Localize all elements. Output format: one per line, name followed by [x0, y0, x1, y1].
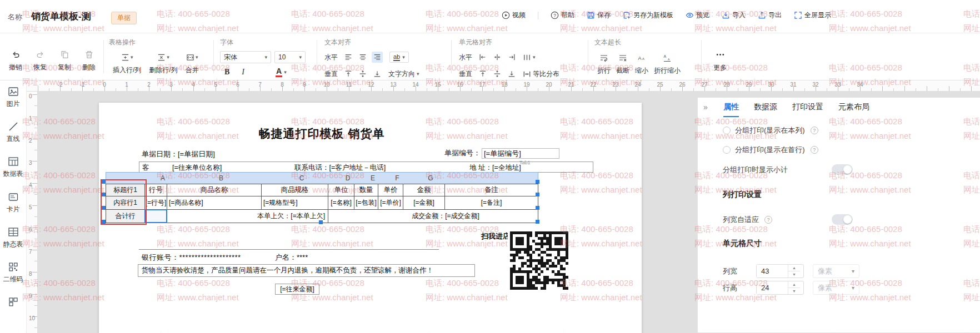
- table-header-cell[interactable]: 数量: [354, 184, 378, 196]
- font-size-select[interactable]: 10 ▾: [274, 51, 306, 63]
- amount-field[interactable]: [=往来金额]: [275, 284, 319, 295]
- table-field-cell[interactable]: [=行号]: [144, 196, 167, 210]
- help-button[interactable]: ?帮助: [551, 11, 574, 19]
- align-right-button[interactable]: [372, 52, 383, 63]
- table-header-cell[interactable]: 金额: [403, 184, 445, 196]
- table-field-cell[interactable]: [=单价]: [378, 196, 403, 210]
- step-down-icon[interactable]: ▼: [788, 271, 800, 278]
- row-label[interactable]: 合计行: [106, 209, 145, 223]
- insert-row-col-button[interactable]: ▾插入行/列: [109, 53, 145, 74]
- table-header-cell[interactable]: 备注: [444, 184, 538, 196]
- export-button[interactable]: 导出: [758, 11, 782, 19]
- tab-element-layout[interactable]: 元素布局: [838, 102, 869, 117]
- more-button[interactable]: 更多: [708, 50, 732, 72]
- help-circle-icon[interactable]: ?: [811, 146, 818, 154]
- active-cell[interactable]: [144, 209, 167, 223]
- cell-valign-top-button[interactable]: [477, 68, 488, 79]
- preview-button[interactable]: 预览: [686, 11, 709, 19]
- bank-holder-text[interactable]: 户名：****: [275, 253, 308, 263]
- tab-data-source[interactable]: 数据源: [754, 102, 777, 117]
- column-letter[interactable]: G: [428, 174, 433, 182]
- selection-handle[interactable]: [536, 220, 539, 224]
- column-letter[interactable]: E: [371, 174, 375, 182]
- doc-no-value-box[interactable]: [=单据编号]: [482, 148, 559, 159]
- sidebar-item-line[interactable]: 直线: [1, 121, 26, 143]
- sidebar-item-qrcode[interactable]: 二维码: [1, 261, 26, 283]
- cell-valign-bottom-button[interactable]: [506, 68, 517, 79]
- table-header-cell[interactable]: 商品名称: [167, 184, 262, 196]
- table-header-cell[interactable]: 商品规格: [261, 184, 328, 196]
- distribute-columns-select[interactable]: ▾: [523, 53, 536, 62]
- sidebar-item-card[interactable]: 卡片: [1, 191, 26, 213]
- table-field-cell[interactable]: [=规格型号]: [261, 196, 328, 210]
- row-height-input[interactable]: [757, 281, 788, 294]
- align-left-button[interactable]: [343, 52, 354, 63]
- table-header-cell[interactable]: 单位: [328, 184, 354, 196]
- sidebar-item-static-table[interactable]: 静态表: [1, 226, 26, 248]
- help-circle-icon[interactable]: ?: [811, 127, 818, 134]
- col-width-unit-select[interactable]: 像素 ▾: [813, 264, 859, 278]
- radio-group-print-col[interactable]: [723, 127, 731, 134]
- customer-info-row[interactable]: 客 [=往来单位名称] 联系电话：[=客户地址－电话] 地 址：[=全地址]: [139, 162, 593, 173]
- valign-top-button[interactable]: [343, 68, 354, 79]
- total-right-cell[interactable]: 成交金额：[=成交金额]: [328, 209, 538, 223]
- column-letter[interactable]: B: [219, 174, 223, 182]
- distribute-button[interactable]: 等比分布: [523, 69, 559, 79]
- sidebar-item-partial[interactable]: [8, 296, 19, 307]
- valign-bottom-button[interactable]: [372, 68, 383, 79]
- bold-button[interactable]: B: [224, 68, 229, 77]
- fullscreen-button[interactable]: 全屏显示: [794, 11, 831, 19]
- cell-align-right-button[interactable]: [506, 52, 517, 63]
- align-center-button[interactable]: [357, 52, 368, 63]
- selection-handle[interactable]: [536, 180, 539, 184]
- template-doc-title[interactable]: 畅捷通打印模板 销货单: [102, 126, 541, 142]
- table-field-cell[interactable]: [=名称]: [328, 196, 354, 210]
- col-width-input[interactable]: [757, 265, 788, 278]
- table-field-cell[interactable]: [=包装]: [354, 196, 378, 210]
- column-letter[interactable]: F: [395, 174, 399, 182]
- table-header-cell[interactable]: 行号: [144, 184, 167, 196]
- template-page[interactable]: 畅捷通打印模板 销货单 单据日期：[=单据日期] 单据编号：[=单据编号] Ta…: [99, 103, 642, 333]
- wrap-shrink-button[interactable]: AA折行缩小: [651, 53, 683, 74]
- panel-collapse-button[interactable]: »: [703, 103, 708, 112]
- trash-button[interactable]: 删除: [77, 50, 101, 71]
- step-up-icon[interactable]: ▲: [788, 265, 800, 271]
- subtotal-toggle[interactable]: [832, 164, 853, 175]
- tab-properties[interactable]: 属性: [723, 102, 739, 117]
- selection-handle[interactable]: [536, 193, 539, 196]
- save-button[interactable]: 保存: [587, 11, 611, 19]
- save-as-button[interactable]: 另存为新模板: [623, 11, 673, 19]
- shrink-button[interactable]: AA缩小: [632, 53, 651, 74]
- table-field-cell[interactable]: [=商品名称]: [167, 196, 262, 210]
- doc-date-field[interactable]: 单据日期：[=单据日期]: [142, 149, 215, 159]
- copy-button[interactable]: 复制: [52, 50, 77, 71]
- font-family-select[interactable]: 宋体 ▾: [220, 51, 271, 63]
- column-letter[interactable]: D: [346, 174, 351, 182]
- merge-cells-button[interactable]: ▾合并: [182, 53, 203, 74]
- video-button[interactable]: 视频: [502, 11, 526, 19]
- row-label[interactable]: 内容行1: [106, 196, 145, 210]
- wrap-button[interactable]: 折行: [594, 53, 613, 74]
- table-field-cell[interactable]: [=备注]: [444, 196, 538, 210]
- notice-text[interactable]: 货物当天请验收清楚，产品质量问题请在一个月内退换，逾期概不负责，还望谅解，谢谢合…: [138, 264, 475, 277]
- redo-button[interactable]: 恢复: [28, 50, 52, 71]
- customer-name-field[interactable]: [=往来单位名称]: [172, 163, 222, 173]
- sidebar-item-image[interactable]: 图片: [1, 86, 26, 108]
- selection-handle[interactable]: [102, 206, 106, 210]
- text-direction-select[interactable]: 文字方向 ▾: [388, 69, 419, 79]
- selection-handle[interactable]: [536, 206, 539, 210]
- qr-code[interactable]: [508, 229, 571, 292]
- step-up-icon[interactable]: ▲: [788, 281, 800, 287]
- truncate-button[interactable]: 截断: [613, 53, 632, 74]
- row-label[interactable]: 标题行1: [106, 184, 145, 196]
- cell-align-left-button[interactable]: [477, 52, 488, 63]
- delete-row-col-button[interactable]: ▾删除行/列: [145, 53, 181, 74]
- text-overflow-select[interactable]: ab ▾: [389, 52, 409, 63]
- doc-no-field[interactable]: 单据编号：[=单据编号]: [444, 148, 559, 159]
- customer-address-field[interactable]: 地 址：[=全地址]: [469, 163, 521, 173]
- total-left-cell[interactable]: 本单上欠：[=本单上欠]: [167, 209, 328, 223]
- font-color-button[interactable]: A ▾: [276, 67, 287, 77]
- col-adaptive-toggle[interactable]: [832, 214, 853, 225]
- cell-align-center-button[interactable]: [492, 52, 503, 63]
- column-letter[interactable]: C: [299, 174, 304, 182]
